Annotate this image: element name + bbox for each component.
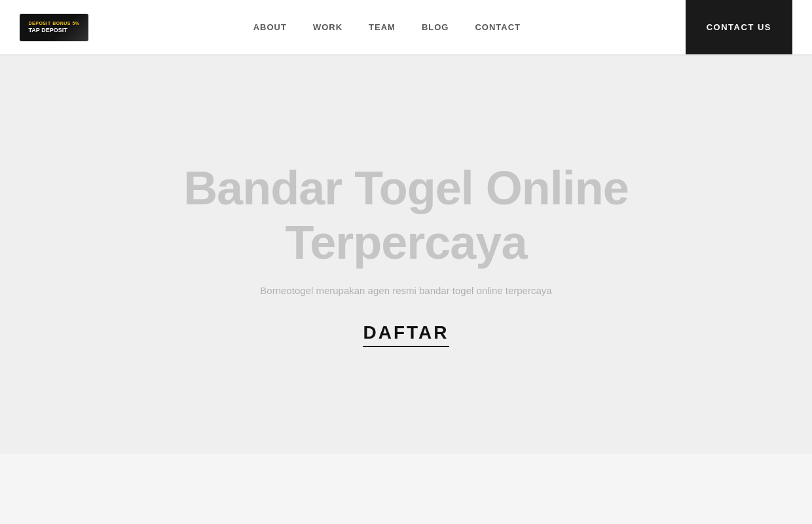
logo-line1: DEPOSIT BONUS 5% <box>28 21 79 26</box>
logo-line2: TAP DEPOSIT <box>28 27 67 33</box>
hero-subtitle: Borneotogel merupakan agen resmi bandar … <box>260 285 551 296</box>
nav-item-contact[interactable]: CONTACT <box>475 22 521 32</box>
daftar-button[interactable]: DAFTAR <box>363 322 449 347</box>
nav-item-blog[interactable]: BLOG <box>422 22 449 32</box>
nav-item-about[interactable]: ABOUT <box>253 22 287 32</box>
site-header: DEPOSIT BONUS 5% TAP DEPOSIT ABOUT WORK … <box>0 0 812 54</box>
logo[interactable]: DEPOSIT BONUS 5% TAP DEPOSIT <box>20 14 88 41</box>
hero-title: Bandar Togel Online Terpercaya <box>183 161 629 270</box>
logo-image: DEPOSIT BONUS 5% TAP DEPOSIT <box>20 14 88 41</box>
hero-section: Bandar Togel Online Terpercaya Borneotog… <box>0 54 812 454</box>
below-hero-area <box>0 454 812 524</box>
main-nav: ABOUT WORK TEAM BLOG CONTACT <box>253 22 521 32</box>
contact-us-button[interactable]: CONTACT US <box>686 0 792 54</box>
nav-item-work[interactable]: WORK <box>313 22 342 32</box>
nav-item-team[interactable]: TEAM <box>369 22 396 32</box>
